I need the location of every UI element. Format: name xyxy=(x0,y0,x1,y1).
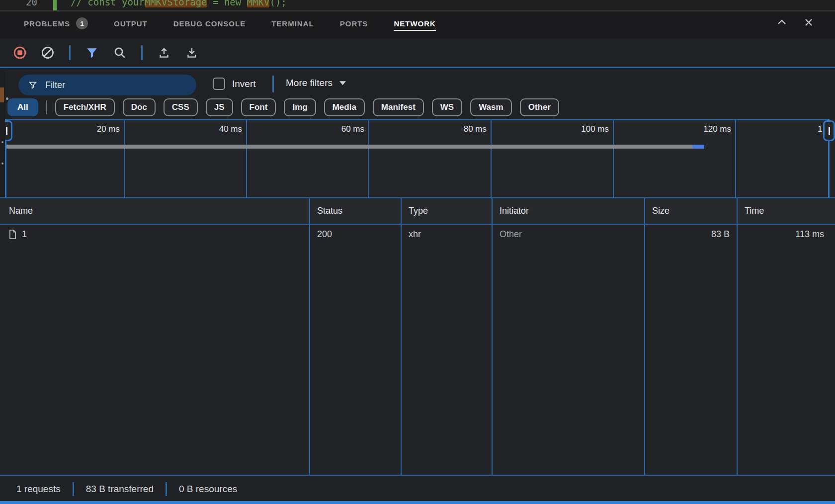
timeline-tick-label: 20 ms xyxy=(55,124,120,134)
handle-grip xyxy=(6,127,7,135)
request-type: xhr xyxy=(401,225,492,244)
editor-strip: 20// const yourMMKVStorage = new MMKV(); xyxy=(0,0,835,11)
request-name: 1 xyxy=(22,229,27,240)
panel-focus-border xyxy=(0,501,835,504)
timeline-gridline xyxy=(613,119,614,197)
code-highlight-2: MMKV xyxy=(247,0,270,7)
export-har-button[interactable] xyxy=(185,46,198,59)
type-filter-js[interactable]: JS xyxy=(206,98,233,116)
left-edge-dot xyxy=(6,97,8,100)
column-header-name[interactable]: Name xyxy=(0,198,309,224)
left-edge-dot xyxy=(1,163,3,165)
column-header-type[interactable]: Type xyxy=(401,198,492,224)
panel-tab-bar: PROBLEMS 1 OUTPUT DEBUG CONSOLE TERMINAL… xyxy=(0,11,835,38)
table-empty-area xyxy=(0,244,835,476)
tab-ports-label: PORTS xyxy=(340,19,368,28)
code-line[interactable]: 20// const yourMMKVStorage = new MMKV(); xyxy=(0,0,287,10)
toolbar-divider xyxy=(69,45,71,60)
timeline-tick-label: 120 ms xyxy=(667,124,731,134)
summary-requests: 1 requests xyxy=(16,484,61,495)
type-filter-manifest[interactable]: Manifest xyxy=(373,98,424,116)
chip-divider xyxy=(46,100,47,114)
problems-count-badge: 1 xyxy=(76,17,88,29)
requests-table: Name Status Type Initiator Size Time 1 2… xyxy=(0,197,835,476)
request-size: 83 B xyxy=(644,225,737,244)
empty-cell xyxy=(492,244,644,476)
tab-network-label: NETWORK xyxy=(394,19,436,28)
type-filter-ws[interactable]: WS xyxy=(432,98,462,116)
request-initiator: Other xyxy=(492,225,644,244)
caret-down-icon xyxy=(339,81,346,85)
tab-terminal-label: TERMINAL xyxy=(271,19,314,28)
close-icon xyxy=(803,16,815,28)
type-filter-font[interactable]: Font xyxy=(241,98,276,116)
tab-debug-console[interactable]: DEBUG CONSOLE xyxy=(173,19,246,31)
record-network-log-button[interactable] xyxy=(13,46,26,59)
type-filter-wasm[interactable]: Wasm xyxy=(470,98,511,116)
left-edge-marker xyxy=(0,87,4,102)
filter-toggle-button[interactable] xyxy=(85,46,98,59)
overview-right-handle[interactable] xyxy=(823,120,835,141)
request-status: 200 xyxy=(309,225,401,244)
search-network-button[interactable] xyxy=(113,46,126,59)
type-filter-other[interactable]: Other xyxy=(520,98,559,116)
clear-network-log-button[interactable] xyxy=(41,46,54,59)
column-header-size[interactable]: Size xyxy=(644,198,737,224)
filter-input-pill[interactable] xyxy=(18,75,196,95)
invert-label: Invert xyxy=(232,79,256,89)
timeline-tick-label: 100 ms xyxy=(544,124,609,134)
timeline-tick-label: 40 ms xyxy=(177,124,242,134)
tab-output-label: OUTPUT xyxy=(114,19,148,28)
timeline-tick-label-clipped: 1 xyxy=(818,124,822,134)
request-row[interactable]: 1 200 xhr Other 83 B 113 ms xyxy=(0,225,835,244)
git-added-gutter xyxy=(53,0,57,10)
more-filters-button[interactable]: More filters xyxy=(286,78,346,88)
tab-terminal[interactable]: TERMINAL xyxy=(271,19,314,31)
search-icon xyxy=(113,46,126,59)
filter-row-divider xyxy=(272,76,274,92)
invert-filter: Invert xyxy=(213,78,256,90)
funnel-icon xyxy=(28,81,37,89)
left-edge-dot xyxy=(1,141,3,143)
table-header-row: Name Status Type Initiator Size Time xyxy=(0,198,835,225)
network-toolbar xyxy=(0,38,835,68)
timeline-overview[interactable]: 20 ms 40 ms 60 ms 80 ms 100 ms 120 ms 1 xyxy=(0,119,835,197)
tab-ports[interactable]: PORTS xyxy=(340,19,368,31)
timeline-tick-label: 80 ms xyxy=(422,124,487,134)
timeline-gridline xyxy=(491,119,492,197)
vscode-network-panel: 20// const yourMMKVStorage = new MMKV();… xyxy=(0,0,835,504)
maximize-panel-button[interactable] xyxy=(775,16,788,29)
filter-funnel-icon xyxy=(85,46,98,59)
download-icon xyxy=(185,46,198,59)
empty-cell xyxy=(0,244,309,476)
line-number: 20 xyxy=(0,0,53,10)
request-time: 113 ms xyxy=(737,225,835,244)
more-filters-label: More filters xyxy=(286,78,333,88)
filter-input[interactable] xyxy=(44,80,180,91)
type-filter-img[interactable]: Img xyxy=(284,98,316,116)
import-har-button[interactable] xyxy=(158,46,170,59)
resource-type-filters: All Fetch/XHR Doc CSS JS Font Img Media … xyxy=(0,97,835,117)
tab-output[interactable]: OUTPUT xyxy=(114,19,148,31)
type-filter-css[interactable]: CSS xyxy=(164,98,198,116)
tab-network[interactable]: NETWORK xyxy=(394,19,436,31)
summary-resources: 0 B resources xyxy=(179,484,237,495)
type-filter-doc[interactable]: Doc xyxy=(123,98,156,116)
type-filter-fetch-xhr[interactable]: Fetch/XHR xyxy=(55,98,115,116)
panel-window-buttons xyxy=(775,16,815,29)
tab-problems[interactable]: PROBLEMS 1 xyxy=(24,17,88,32)
type-filter-media[interactable]: Media xyxy=(324,98,365,116)
tab-debug-console-label: DEBUG CONSOLE xyxy=(173,19,246,28)
overview-request-bar xyxy=(692,145,704,149)
column-header-status[interactable]: Status xyxy=(309,198,401,224)
type-filter-all[interactable]: All xyxy=(7,98,38,116)
timeline-gridline xyxy=(124,119,125,197)
network-summary-bar: 1 requests 83 B transferred 0 B resource… xyxy=(0,477,835,501)
code-comment-suffix: (); xyxy=(269,0,286,7)
summary-transferred: 83 B transferred xyxy=(86,484,154,495)
invert-checkbox[interactable] xyxy=(213,78,225,90)
column-header-time[interactable]: Time xyxy=(737,198,835,224)
block-icon xyxy=(41,46,54,59)
column-header-initiator[interactable]: Initiator xyxy=(492,198,644,224)
close-panel-button[interactable] xyxy=(802,16,815,29)
